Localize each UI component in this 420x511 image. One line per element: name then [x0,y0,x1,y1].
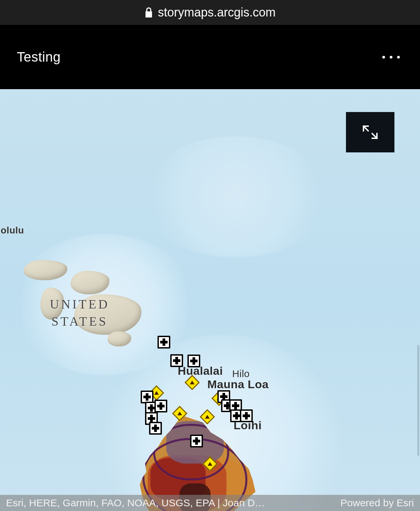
url-host: storymaps.arcgis.com [158,5,276,20]
map-label-mauna-loa: Mauna Loa [207,378,269,391]
map-attribution: Esri, HERE, Garmin, FAO, NOAA, USGS, EPA… [0,495,420,511]
hospital-marker[interactable] [154,400,167,412]
mountain-icon [208,462,212,466]
attribution-powered[interactable]: Powered by Esri [341,497,414,509]
dot-icon [390,56,392,59]
bathymetry [141,136,330,257]
mountain-icon [205,415,210,419]
page-title: Testing [17,49,61,65]
scrollbar[interactable] [417,345,419,456]
mountain-icon [177,412,182,415]
browser-address-bar: storymaps.arcgis.com [0,0,420,25]
hospital-marker[interactable] [158,336,170,349]
map-label-honolulu: olulu [1,225,24,236]
dot-icon [382,56,385,59]
mountain-icon [190,381,195,385]
expand-map-button[interactable] [346,112,394,152]
map-canvas[interactable]: olulu UNITED STATES Hualalai Hilo Mauna … [0,89,420,511]
map-label-hualalai: Hualalai [178,364,223,377]
expand-icon [361,123,380,141]
hospital-marker[interactable] [149,422,162,435]
attribution-sources: Esri, HERE, Garmin, FAO, NOAA, USGS, EPA… [6,497,265,509]
app-header: Testing [0,25,420,89]
dot-icon [397,56,400,59]
mountain-icon [154,391,159,395]
more-menu-button[interactable] [379,52,403,62]
lock-icon [144,7,153,17]
hospital-marker[interactable] [170,354,183,367]
hospital-marker[interactable] [187,355,200,367]
hospital-marker[interactable] [240,409,253,422]
map-label-country: UNITED STATES [50,296,109,330]
hospital-marker[interactable] [190,435,203,447]
